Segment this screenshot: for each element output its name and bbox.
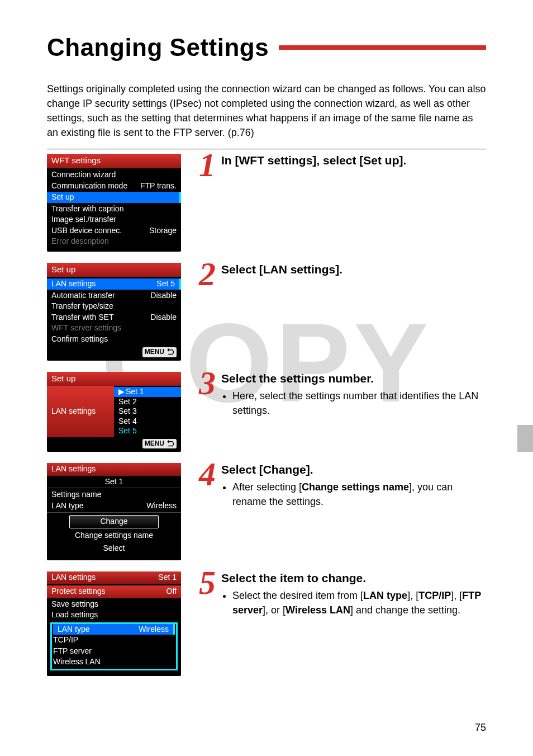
side-tab-marker — [517, 425, 533, 452]
row-label: Settings name — [51, 490, 102, 500]
menu-item: Automatic transfer — [51, 291, 115, 301]
menu-item-selected: LAN settings — [51, 279, 96, 289]
screen-title: LAN settings — [47, 463, 181, 476]
step-number-1: 1 — [199, 153, 216, 178]
caret-icon: ▶ — [118, 387, 125, 396]
menu-value: Disable — [150, 313, 177, 323]
step-3: Set up LAN settings ▶Set 1 Set 2 Set 3 S… — [47, 372, 486, 452]
step-bullet: After selecting [Change settings name], … — [232, 480, 486, 509]
row-value: Wireless — [146, 501, 177, 511]
option: Set 3 — [118, 407, 177, 417]
screenshot-wft-settings: WFT settings Connection wizard Communica… — [47, 154, 181, 251]
row-value: Wireless — [139, 625, 169, 635]
row-label: Load settings — [51, 610, 98, 620]
screen-title-right: Set 1 — [158, 573, 177, 583]
row-label: FTP server — [53, 646, 92, 656]
screen-title: Set up — [47, 372, 181, 386]
option: Set 2 — [118, 397, 177, 407]
option: Set 1 — [126, 387, 144, 396]
step-number-2: 2 — [199, 262, 216, 287]
menu-item: Confirm settings — [51, 334, 108, 344]
step-5: LAN settings Set 1 Protect settings Off … — [47, 571, 486, 676]
step-bullet: Here, select the settings number that id… — [232, 389, 486, 418]
menu-item: Connection wizard — [51, 170, 116, 180]
cyan-highlight-box: LAN type Wireless TCP/IP FTP server Wire… — [50, 622, 178, 670]
menu-item: Transfer type/size — [51, 301, 113, 311]
screen-title: WFT settings — [47, 154, 181, 168]
menu-value: FTP trans. — [140, 181, 177, 191]
screen-title: Set up — [47, 263, 181, 277]
screen-subtitle: Set 1 — [47, 476, 181, 488]
option-current: Set 5 — [118, 426, 177, 436]
title-rule — [279, 45, 486, 50]
menu-value: Disable — [150, 291, 177, 301]
menu-value: Set 5 — [156, 279, 175, 289]
menu-value: Storage — [149, 226, 177, 236]
step-number-3: 3 — [199, 371, 216, 396]
menu-return-chip: MENU⮌ — [142, 347, 177, 357]
step-2: Set up LAN settingsSet 5 Automatic trans… — [47, 263, 486, 361]
row-value: Off — [166, 587, 177, 597]
menu-item-selected: Set up — [51, 192, 74, 202]
menu-item: Communication mode — [51, 181, 127, 191]
step-4: LAN settings Set 1 Settings name LAN typ… — [47, 463, 486, 560]
screenshot-lan-change-items: LAN settings Set 1 Protect settings Off … — [47, 571, 181, 676]
step-heading: Select the settings number. — [221, 372, 486, 385]
row-label: LAN settings — [51, 407, 96, 417]
page-number: 75 — [475, 722, 486, 734]
step-1: WFT settings Connection wizard Communica… — [47, 154, 486, 251]
step-heading: Select the item to change. — [221, 571, 486, 585]
menu-item: Transfer with caption — [51, 204, 123, 214]
menu-item-disabled: WFT server settings — [51, 323, 121, 333]
pill-select: Select — [69, 542, 159, 555]
return-icon: ⮌ — [166, 439, 174, 449]
pill-change-name: Change settings name — [69, 530, 159, 542]
pill-change: Change — [69, 515, 159, 528]
menu-item: USB device connec. — [51, 226, 122, 236]
separator — [47, 149, 486, 149]
return-icon: ⮌ — [166, 347, 174, 357]
option: Set 4 — [118, 417, 177, 427]
row-label: Protect settings — [51, 587, 106, 597]
row-label-selected: LAN type — [58, 625, 90, 635]
screenshot-lan-settings-detail: LAN settings Set 1 Settings name LAN typ… — [47, 463, 181, 560]
menu-item-disabled: Error description — [51, 237, 109, 247]
screenshot-setup: Set up LAN settingsSet 5 Automatic trans… — [47, 263, 181, 361]
row-label: TCP/IP — [53, 635, 78, 645]
menu-item: Transfer with SET — [51, 313, 114, 323]
menu-item: Image sel./transfer — [51, 215, 116, 225]
screenshot-lan-set-picker: Set up LAN settings ▶Set 1 Set 2 Set 3 S… — [47, 372, 181, 452]
step-heading: Select [Change]. — [221, 463, 486, 476]
step-bullet: Select the desired item from [LAN type],… — [232, 588, 486, 617]
row-label: Save settings — [51, 599, 98, 609]
row-label: Wireless LAN — [53, 657, 101, 667]
steps-list: WFT settings Connection wizard Communica… — [47, 154, 486, 675]
step-number-5: 5 — [199, 570, 216, 596]
page-title: Changing Settings — [47, 34, 269, 62]
step-heading: Select [LAN settings]. — [221, 263, 342, 276]
step-number-4: 4 — [199, 462, 216, 487]
intro-paragraph: Settings originally completed using the … — [47, 82, 486, 140]
step-heading: In [WFT settings], select [Set up]. — [221, 154, 406, 167]
menu-return-chip: MENU⮌ — [142, 439, 177, 449]
screen-title: LAN settings Set 1 — [47, 571, 181, 584]
row-label: LAN type — [51, 501, 84, 511]
